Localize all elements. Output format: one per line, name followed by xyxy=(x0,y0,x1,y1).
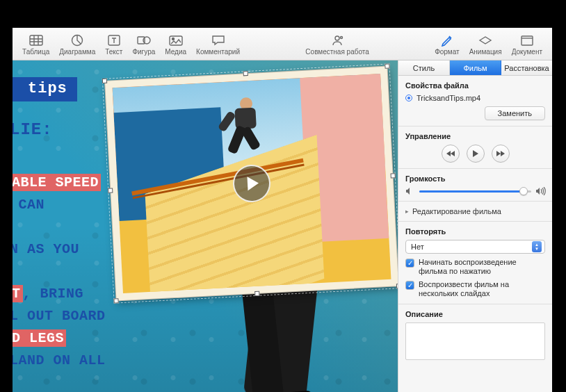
edit-movie-disclosure[interactable]: ▸ Редактирование фильма xyxy=(405,207,545,215)
checkbox-play-on-click[interactable]: ✓ xyxy=(405,259,414,268)
tab-style[interactable]: Стиль xyxy=(398,60,450,75)
toolbar-label: Совместная работа xyxy=(305,48,369,56)
repeat-section: Повторять Нет ▲▼ ✓ Начинать воспроизведе… xyxy=(398,222,552,304)
svg-point-7 xyxy=(335,36,339,40)
video-object[interactable] xyxy=(104,66,398,302)
toolbar-text-button[interactable]: Текст xyxy=(101,32,127,56)
toolbar-label: Комментарий xyxy=(196,48,240,56)
shape-icon xyxy=(136,33,152,47)
file-info-section: Свойства файла TricksandTips.mp4 Заменит… xyxy=(398,76,552,126)
description-section: Описание xyxy=(398,304,552,366)
controls-header: Управление xyxy=(405,132,545,140)
edit-movie-section: ▸ Редактирование фильма xyxy=(398,202,552,222)
slide-canvas[interactable]: tips LIE: ABLE SPEED CAN N AS YOU T, BRI… xyxy=(13,60,398,392)
document-icon xyxy=(519,33,535,47)
toolbar-document-button[interactable]: Документ xyxy=(508,32,547,56)
tab-movie[interactable]: Фильм xyxy=(450,60,501,75)
toolbar-label: Текст xyxy=(105,48,122,56)
toolbar-animate-button[interactable]: Анимация xyxy=(465,32,506,56)
toolbar-media-button[interactable]: Медиа xyxy=(161,32,191,56)
animate-icon xyxy=(478,33,493,47)
comment-icon xyxy=(211,33,226,47)
repeat-header: Повторять xyxy=(405,227,545,236)
forward-button[interactable] xyxy=(492,145,510,163)
description-header: Описание xyxy=(405,310,545,318)
volume-slider[interactable] xyxy=(419,190,531,193)
text-icon xyxy=(106,33,122,47)
svg-rect-9 xyxy=(521,36,533,45)
speaker-high-icon xyxy=(535,187,545,195)
controls-section: Управление xyxy=(398,126,552,169)
toolbar-chart-button[interactable]: Диаграмма xyxy=(55,32,99,56)
chevron-right-icon: ▸ xyxy=(405,208,409,215)
svg-point-6 xyxy=(172,38,174,40)
speaker-low-icon xyxy=(405,187,415,195)
repeat-value: Нет xyxy=(411,243,424,251)
toolbar-comment-button[interactable]: Комментарий xyxy=(192,32,244,56)
select-stepper-icon: ▲▼ xyxy=(532,241,542,252)
edit-movie-label: Редактирование фильма xyxy=(412,207,501,215)
play-button[interactable] xyxy=(467,145,485,163)
file-info-header: Свойства файла xyxy=(405,81,545,90)
toolbar-label: Таблица xyxy=(22,48,49,56)
slide-subtitle[interactable]: LIE: xyxy=(13,120,53,139)
toolbar-label: Диаграмма xyxy=(59,48,95,56)
inspector-sidebar: Стиль Фильм Расстановка Свойства файла T… xyxy=(398,60,552,392)
replace-button[interactable]: Заменить xyxy=(485,106,545,120)
svg-rect-0 xyxy=(30,35,42,45)
toolbar-shape-button[interactable]: Фигура xyxy=(128,32,159,56)
checkbox-play-on-click-label: Начинать воспроизведение фильма по нажат… xyxy=(419,258,545,276)
table-icon xyxy=(29,33,44,47)
collaborate-icon xyxy=(330,33,345,47)
toolbar-label: Формат xyxy=(435,48,460,56)
media-icon xyxy=(168,33,184,47)
format-icon xyxy=(439,33,455,47)
volume-header: Громкость xyxy=(405,174,545,183)
checkbox-across-slides[interactable]: ✓ xyxy=(405,281,414,290)
toolbar-label: Анимация xyxy=(469,48,502,56)
svg-point-8 xyxy=(341,37,343,39)
chart-icon xyxy=(70,33,85,47)
slide-title-chip[interactable]: tips xyxy=(13,77,77,101)
toolbar-label: Документ xyxy=(512,48,542,56)
repeat-select[interactable]: Нет ▲▼ xyxy=(405,240,545,254)
description-textarea[interactable] xyxy=(405,322,545,360)
rewind-button[interactable] xyxy=(442,145,460,163)
volume-section: Громкость xyxy=(398,169,552,202)
toolbar-format-button[interactable]: Формат xyxy=(430,32,464,56)
toolbar-table-button[interactable]: Таблица xyxy=(18,32,54,56)
file-name: TricksandTips.mp4 xyxy=(417,94,480,102)
checkbox-across-slides-label: Воспроизвести фильм на нескольких слайда… xyxy=(419,280,545,298)
toolbar-label: Фигура xyxy=(132,48,155,56)
inspector-tabs: Стиль Фильм Расстановка xyxy=(398,60,552,76)
movie-file-icon xyxy=(405,95,412,101)
toolbar-collaborate-button[interactable]: Совместная работа xyxy=(301,32,373,56)
tab-arrange[interactable]: Расстановка xyxy=(501,60,552,75)
toolbar: Таблица Диаграмма Текст xyxy=(13,28,552,60)
toolbar-label: Медиа xyxy=(165,48,186,56)
slide-body-text[interactable]: ABLE SPEED CAN N AS YOU T, BRINGL OUT BO… xyxy=(13,172,106,372)
